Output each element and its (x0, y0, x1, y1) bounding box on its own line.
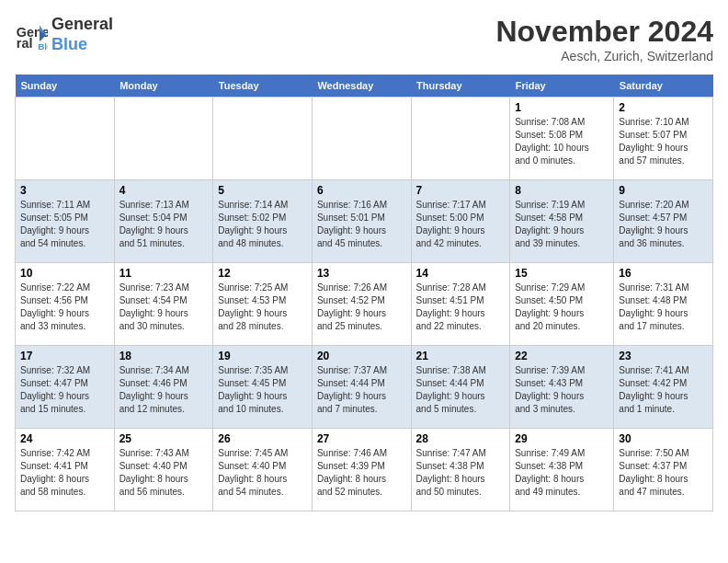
calendar-cell (411, 98, 510, 180)
day-info: Sunrise: 7:42 AMSunset: 4:41 PMDaylight:… (20, 447, 109, 499)
day-number: 5 (218, 184, 307, 197)
day-info: Sunrise: 7:47 AMSunset: 4:38 PMDaylight:… (416, 447, 506, 499)
day-info: Sunrise: 7:31 AMSunset: 4:48 PMDaylight:… (619, 282, 708, 333)
calendar-cell: 23Sunrise: 7:41 AMSunset: 4:42 PMDayligh… (614, 346, 713, 429)
title-section: November 2024 Aesch, Zurich, Switzerland (495, 15, 713, 63)
day-info: Sunrise: 7:28 AMSunset: 4:51 PMDaylight:… (416, 282, 506, 333)
day-number: 21 (416, 350, 506, 362)
day-info: Sunrise: 7:17 AMSunset: 5:00 PMDaylight:… (416, 199, 506, 250)
day-number: 25 (119, 432, 209, 445)
day-info: Sunrise: 7:41 AMSunset: 4:42 PMDaylight:… (619, 364, 708, 416)
day-number: 3 (20, 184, 109, 197)
day-info: Sunrise: 7:25 AMSunset: 4:53 PMDaylight:… (218, 282, 307, 333)
day-info: Sunrise: 7:39 AMSunset: 4:43 PMDaylight:… (515, 364, 609, 416)
calendar-week-row: 10Sunrise: 7:22 AMSunset: 4:56 PMDayligh… (16, 263, 713, 346)
day-number: 9 (619, 184, 708, 197)
weekday-header-friday: Friday (510, 75, 614, 98)
day-info: Sunrise: 7:08 AMSunset: 5:08 PMDaylight:… (515, 116, 609, 167)
calendar-cell: 20Sunrise: 7:37 AMSunset: 4:44 PMDayligh… (312, 346, 411, 429)
calendar-cell: 13Sunrise: 7:26 AMSunset: 4:52 PMDayligh… (312, 263, 411, 346)
calendar-cell: 7Sunrise: 7:17 AMSunset: 5:00 PMDaylight… (411, 180, 510, 263)
calendar-week-row: 3Sunrise: 7:11 AMSunset: 5:05 PMDaylight… (16, 180, 713, 263)
day-info: Sunrise: 7:19 AMSunset: 4:58 PMDaylight:… (515, 199, 609, 250)
day-number: 6 (317, 184, 406, 197)
day-number: 30 (619, 432, 708, 445)
calendar-cell: 12Sunrise: 7:25 AMSunset: 4:53 PMDayligh… (213, 263, 313, 346)
day-info: Sunrise: 7:43 AMSunset: 4:40 PMDaylight:… (119, 447, 209, 499)
svg-text:ral: ral (17, 36, 33, 51)
calendar-cell: 27Sunrise: 7:46 AMSunset: 4:39 PMDayligh… (312, 429, 411, 511)
calendar-cell: 4Sunrise: 7:13 AMSunset: 5:04 PMDaylight… (114, 180, 213, 263)
day-info: Sunrise: 7:23 AMSunset: 4:54 PMDaylight:… (119, 282, 209, 333)
calendar-cell: 25Sunrise: 7:43 AMSunset: 4:40 PMDayligh… (114, 429, 213, 511)
header: Gene ral Blue General Blue November 2024… (15, 15, 713, 63)
day-number: 23 (619, 350, 708, 362)
calendar-cell (16, 98, 115, 180)
calendar-table: SundayMondayTuesdayWednesdayThursdayFrid… (15, 75, 713, 511)
day-number: 26 (218, 432, 307, 445)
calendar-cell: 30Sunrise: 7:50 AMSunset: 4:37 PMDayligh… (614, 429, 713, 511)
calendar-cell: 6Sunrise: 7:16 AMSunset: 5:01 PMDaylight… (312, 180, 411, 263)
weekday-header-thursday: Thursday (411, 75, 510, 98)
calendar-cell: 26Sunrise: 7:45 AMSunset: 4:40 PMDayligh… (213, 429, 313, 511)
day-info: Sunrise: 7:13 AMSunset: 5:04 PMDaylight:… (119, 199, 209, 250)
calendar-cell: 2Sunrise: 7:10 AMSunset: 5:07 PMDaylight… (614, 98, 713, 180)
calendar-cell: 3Sunrise: 7:11 AMSunset: 5:05 PMDaylight… (16, 180, 115, 263)
day-number: 1 (515, 101, 609, 114)
day-number: 29 (515, 432, 609, 445)
calendar-cell: 22Sunrise: 7:39 AMSunset: 4:43 PMDayligh… (510, 346, 614, 429)
day-number: 17 (20, 350, 109, 362)
day-info: Sunrise: 7:37 AMSunset: 4:44 PMDaylight:… (317, 364, 406, 416)
day-info: Sunrise: 7:34 AMSunset: 4:46 PMDaylight:… (119, 364, 209, 416)
day-info: Sunrise: 7:20 AMSunset: 4:57 PMDaylight:… (619, 199, 708, 250)
weekday-header-sunday: Sunday (16, 75, 115, 98)
weekday-header-wednesday: Wednesday (312, 75, 411, 98)
day-info: Sunrise: 7:16 AMSunset: 5:01 PMDaylight:… (317, 199, 406, 250)
day-number: 16 (619, 267, 708, 280)
day-info: Sunrise: 7:49 AMSunset: 4:38 PMDaylight:… (515, 447, 609, 499)
day-number: 11 (119, 267, 209, 280)
calendar-cell: 8Sunrise: 7:19 AMSunset: 4:58 PMDaylight… (510, 180, 614, 263)
day-info: Sunrise: 7:46 AMSunset: 4:39 PMDaylight:… (317, 447, 406, 499)
logo-line1: General (51, 15, 113, 35)
day-number: 2 (619, 101, 708, 114)
day-number: 13 (317, 267, 406, 280)
calendar-cell: 15Sunrise: 7:29 AMSunset: 4:50 PMDayligh… (510, 263, 614, 346)
logo: Gene ral Blue General Blue (15, 15, 113, 54)
calendar-cell (114, 98, 213, 180)
calendar-cell: 19Sunrise: 7:35 AMSunset: 4:45 PMDayligh… (213, 346, 313, 429)
calendar-cell: 11Sunrise: 7:23 AMSunset: 4:54 PMDayligh… (114, 263, 213, 346)
location-title: Aesch, Zurich, Switzerland (495, 49, 713, 63)
calendar-cell: 17Sunrise: 7:32 AMSunset: 4:47 PMDayligh… (16, 346, 115, 429)
day-number: 20 (317, 350, 406, 362)
day-info: Sunrise: 7:10 AMSunset: 5:07 PMDaylight:… (619, 116, 708, 167)
calendar-week-row: 17Sunrise: 7:32 AMSunset: 4:47 PMDayligh… (16, 346, 713, 429)
logo-icon: Gene ral Blue (15, 18, 48, 52)
day-number: 4 (119, 184, 209, 197)
day-info: Sunrise: 7:35 AMSunset: 4:45 PMDaylight:… (218, 364, 307, 416)
calendar-cell: 18Sunrise: 7:34 AMSunset: 4:46 PMDayligh… (114, 346, 213, 429)
day-number: 8 (515, 184, 609, 197)
calendar-cell: 9Sunrise: 7:20 AMSunset: 4:57 PMDaylight… (614, 180, 713, 263)
calendar-cell: 14Sunrise: 7:28 AMSunset: 4:51 PMDayligh… (411, 263, 510, 346)
day-number: 15 (515, 267, 609, 280)
calendar-cell (312, 98, 411, 180)
calendar-cell: 21Sunrise: 7:38 AMSunset: 4:44 PMDayligh… (411, 346, 510, 429)
day-number: 24 (20, 432, 109, 445)
calendar-cell: 24Sunrise: 7:42 AMSunset: 4:41 PMDayligh… (16, 429, 115, 511)
weekday-header-monday: Monday (114, 75, 213, 98)
day-info: Sunrise: 7:32 AMSunset: 4:47 PMDaylight:… (20, 364, 109, 416)
day-number: 18 (119, 350, 209, 362)
month-title: November 2024 (495, 15, 713, 49)
calendar-week-row: 24Sunrise: 7:42 AMSunset: 4:41 PMDayligh… (16, 429, 713, 511)
calendar-cell: 5Sunrise: 7:14 AMSunset: 5:02 PMDaylight… (213, 180, 313, 263)
weekday-header-saturday: Saturday (614, 75, 713, 98)
calendar-cell (213, 98, 313, 180)
day-info: Sunrise: 7:50 AMSunset: 4:37 PMDaylight:… (619, 447, 708, 499)
day-number: 19 (218, 350, 307, 362)
day-number: 27 (317, 432, 406, 445)
day-number: 10 (20, 267, 109, 280)
day-info: Sunrise: 7:22 AMSunset: 4:56 PMDaylight:… (20, 282, 109, 333)
day-number: 7 (416, 184, 506, 197)
day-number: 14 (416, 267, 506, 280)
